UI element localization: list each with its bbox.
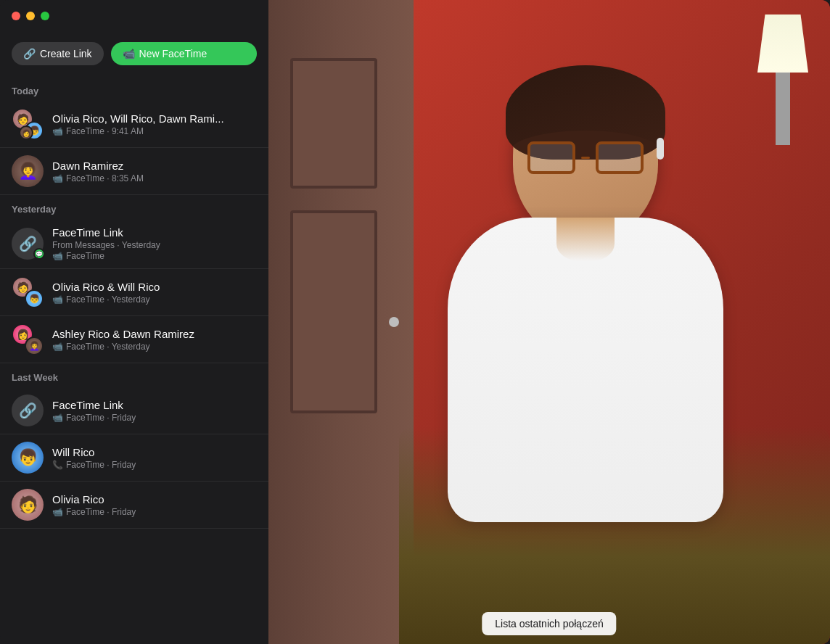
list-item[interactable]: 🧑 👦 👩 Olivia Rico, Will Rico, Dawn Rami.… [0, 101, 268, 148]
door-knob [389, 317, 399, 327]
main-layout: 🔗 Create Link 📹 New FaceTime Today 🧑 👦 [0, 0, 830, 644]
close-button[interactable] [12, 12, 20, 20]
call-detail: 📹 FaceTime · 9:41 AM [52, 126, 257, 136]
avatar-tertiary: 👩 [19, 125, 33, 140]
call-info: FaceTime Link From Messages · Yesterday … [52, 226, 257, 261]
video-panel: Lista ostatnich połączeń [268, 0, 830, 644]
call-name: Olivia Rico & Will Rico [52, 281, 257, 293]
airpod [657, 138, 664, 160]
call-name: Olivia Rico [52, 493, 257, 505]
call-detail: 📞 FaceTime · Friday [52, 460, 257, 470]
door-panel-top [290, 58, 377, 189]
list-item[interactable]: 🧑 Olivia Rico 📹 FaceTime · Friday [0, 482, 268, 529]
avatar: 🧑 👦 [12, 276, 44, 308]
avatar: 👩‍🦱 [12, 155, 44, 187]
call-detail: From Messages · Yesterday [52, 240, 257, 250]
call-info: Olivia Rico & Will Rico 📹 FaceTime · Yes… [52, 281, 257, 305]
video-camera-icon: 📹 [123, 48, 135, 59]
call-info: Olivia Rico 📹 FaceTime · Friday [52, 493, 257, 517]
titlebar [0, 0, 268, 32]
person-area [399, 44, 772, 644]
person-head [513, 73, 658, 239]
sidebar: 🔗 Create Link 📹 New FaceTime Today 🧑 👦 [0, 0, 268, 644]
list-item[interactable]: 🧑 👦 Olivia Rico & Will Rico 📹 FaceTime ·… [0, 269, 268, 316]
video-scene [268, 0, 830, 644]
lamp-decoration [743, 0, 815, 145]
avatar: 👦 [12, 442, 44, 474]
person-glasses [527, 141, 644, 174]
recents-list: Today 🧑 👦 👩 Olivia Rico, Will Rico, Dawn… [0, 77, 268, 644]
minimize-button[interactable] [26, 12, 35, 20]
avatar: 👩 👩‍🦱 [12, 323, 44, 355]
maximize-button[interactable] [41, 12, 49, 20]
traffic-lights [12, 12, 49, 20]
new-facetime-label: New FaceTime [139, 48, 208, 59]
call-info: Dawn Ramirez 📹 FaceTime · 8:35 AM [52, 160, 257, 183]
call-name: Olivia Rico, Will Rico, Dawn Rami... [52, 112, 257, 125]
call-detail: 📹 FaceTime · Yesterday [52, 342, 257, 352]
door-decoration [268, 0, 414, 644]
tooltip: Lista ostatnich połączeń [482, 612, 616, 635]
call-name: FaceTime Link [52, 399, 257, 411]
video-icon: 📹 [52, 251, 63, 261]
door-panel-bottom [290, 210, 377, 413]
call-name: FaceTime Link [52, 226, 257, 239]
avatar-secondary: 👩‍🦱 [25, 337, 44, 355]
video-icon: 📹 [52, 294, 63, 305]
call-name: Will Rico [52, 446, 257, 458]
create-link-label: Create Link [40, 48, 92, 59]
person-body [448, 218, 723, 522]
video-icon: 📹 [52, 126, 63, 136]
last-week-section-header: Last Week [0, 363, 268, 387]
tooltip-text: Lista ostatnich połączeń [495, 618, 603, 629]
yesterday-section-header: Yesterday [0, 195, 268, 219]
avatar: 🧑 👦 👩 [12, 108, 44, 140]
list-item[interactable]: 🔗 💬 FaceTime Link From Messages · Yester… [0, 219, 268, 269]
avatar: 🔗 [12, 395, 44, 426]
phone-icon: 📞 [52, 460, 63, 470]
call-info: Ashley Rico & Dawn Ramirez 📹 FaceTime · … [52, 328, 257, 352]
today-section-header: Today [0, 77, 268, 101]
call-name: Ashley Rico & Dawn Ramirez [52, 328, 257, 340]
lamp-base [776, 73, 790, 145]
call-name: Dawn Ramirez [52, 160, 257, 172]
call-detail-sub: 📹 FaceTime [52, 251, 257, 261]
video-icon: 📹 [52, 413, 63, 423]
call-detail: 📹 FaceTime · Friday [52, 507, 257, 517]
video-icon: 📹 [52, 507, 63, 517]
list-item[interactable]: 👦 Will Rico 📞 FaceTime · Friday [0, 434, 268, 482]
facetime-window: 🔗 Create Link 📹 New FaceTime Today 🧑 👦 [0, 0, 830, 644]
call-detail: 📹 FaceTime · Friday [52, 413, 257, 423]
call-info: Olivia Rico, Will Rico, Dawn Rami... 📹 F… [52, 112, 257, 136]
list-item[interactable]: 🔗 FaceTime Link 📹 FaceTime · Friday [0, 387, 268, 434]
avatar: 🧑 [12, 489, 44, 521]
lamp-shade [757, 15, 808, 73]
action-buttons-row: 🔗 Create Link 📹 New FaceTime [0, 32, 268, 77]
avatar-secondary: 👦 [25, 289, 44, 308]
call-info: Will Rico 📞 FaceTime · Friday [52, 446, 257, 470]
video-icon: 📹 [52, 342, 63, 352]
link-icon: 🔗 [23, 48, 36, 59]
new-facetime-button[interactable]: 📹 New FaceTime [111, 42, 257, 65]
call-info: FaceTime Link 📹 FaceTime · Friday [52, 399, 257, 423]
create-link-button[interactable]: 🔗 Create Link [12, 42, 104, 65]
list-item[interactable]: 👩‍🦱 Dawn Ramirez 📹 FaceTime · 8:35 AM [0, 148, 268, 195]
video-icon: 📹 [52, 173, 63, 183]
list-item[interactable]: 👩 👩‍🦱 Ashley Rico & Dawn Ramirez 📹 FaceT… [0, 316, 268, 363]
call-detail: 📹 FaceTime · 8:35 AM [52, 173, 257, 183]
messages-badge: 💬 [33, 248, 45, 260]
avatar: 🔗 💬 [12, 228, 44, 260]
call-detail: 📹 FaceTime · Yesterday [52, 294, 257, 305]
